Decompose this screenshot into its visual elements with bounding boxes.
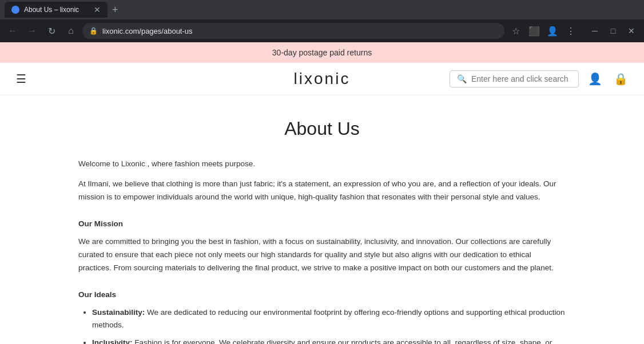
cart-lock-button[interactable]: 🔒 — [611, 70, 630, 88]
menu-button[interactable]: ⋮ — [563, 23, 579, 39]
new-tab-button[interactable]: + — [108, 4, 123, 16]
ideal-text-1: We are dedicated to reducing our environ… — [92, 308, 565, 330]
back-button[interactable]: ← — [5, 23, 21, 39]
profile-button[interactable]: 👤 — [544, 23, 560, 39]
ssl-lock-icon: 🔒 — [89, 27, 98, 35]
intro-text-2: At Ilmani, we believe that clothing is m… — [78, 178, 566, 204]
announcement-bar: 30-day postage paid returns — [0, 42, 644, 63]
main-content: About Us Welcome to Lixonic , where fash… — [65, 95, 579, 344]
window-controls: ─ □ ✕ — [587, 23, 639, 39]
url-display: lixonic.com/pages/about-us — [102, 27, 498, 35]
search-input[interactable] — [471, 74, 571, 83]
hamburger-menu-button[interactable]: ☰ — [14, 70, 29, 88]
search-bar[interactable]: 🔍 — [450, 70, 579, 87]
site-header: ☰ lixonic 🔍 👤 🔒 — [0, 63, 644, 95]
search-icon: 🔍 — [457, 74, 467, 83]
forward-button[interactable]: → — [24, 23, 40, 39]
ideals-section: Our Ideals Sustainability: We are dedica… — [78, 289, 566, 344]
ideal-label-2: Inclusivity: — [92, 338, 133, 344]
user-account-button[interactable]: 👤 — [586, 70, 605, 88]
active-tab[interactable]: About Us – lixonic ✕ — [5, 2, 108, 18]
extensions-button[interactable]: ⬛ — [526, 23, 542, 39]
page-title: About Us — [78, 118, 566, 139]
user-icon: 👤 — [588, 73, 602, 85]
mission-text: We are committed to bringing you the bes… — [78, 235, 566, 275]
close-window-button[interactable]: ✕ — [623, 23, 639, 39]
reload-button[interactable]: ↻ — [43, 23, 59, 39]
header-right-section: 🔍 👤 🔒 — [450, 70, 630, 88]
intro-text-1: Welcome to Lixonic , where fashion meets… — [78, 158, 566, 171]
lock-cart-icon: 🔒 — [614, 73, 628, 85]
website: 30-day postage paid returns ☰ lixonic 🔍 … — [0, 42, 644, 344]
maximize-button[interactable]: □ — [605, 23, 621, 39]
mission-section: Our Mission We are committed to bringing… — [78, 218, 566, 275]
tab-label: About Us – lixonic — [24, 6, 79, 14]
intro-section: Welcome to Lixonic , where fashion meets… — [78, 158, 566, 204]
browser-toolbar: ← → ↻ ⌂ 🔒 lixonic.com/pages/about-us ☆ ⬛… — [0, 19, 644, 42]
hamburger-icon: ☰ — [16, 73, 26, 85]
toolbar-actions: ☆ ⬛ 👤 ⋮ — [508, 23, 579, 39]
mission-heading: Our Mission — [78, 218, 566, 231]
tab-favicon — [11, 6, 19, 14]
address-bar[interactable]: 🔒 lixonic.com/pages/about-us — [82, 23, 504, 39]
site-logo[interactable]: lixonic — [294, 70, 351, 88]
browser-chrome: About Us – lixonic ✕ + ← → ↻ ⌂ 🔒 lixonic… — [0, 0, 644, 42]
ideal-label-1: Sustainability: — [92, 308, 145, 317]
ideal-item-1: Sustainability: We are dedicated to redu… — [92, 306, 566, 333]
announcement-text: 30-day postage paid returns — [272, 48, 372, 57]
ideal-item-2: Inclusivity: Fashion is for everyone. We… — [92, 337, 566, 344]
ideal-text-2: Fashion is for everyone. We celebrate di… — [92, 338, 552, 344]
browser-tabs: About Us – lixonic ✕ + — [0, 0, 644, 19]
tab-close-button[interactable]: ✕ — [94, 5, 101, 14]
minimize-button[interactable]: ─ — [587, 23, 603, 39]
ideals-list: Sustainability: We are dedicated to redu… — [78, 306, 566, 345]
home-button[interactable]: ⌂ — [63, 23, 79, 39]
bookmark-button[interactable]: ☆ — [508, 23, 524, 39]
ideals-heading: Our Ideals — [78, 289, 566, 302]
